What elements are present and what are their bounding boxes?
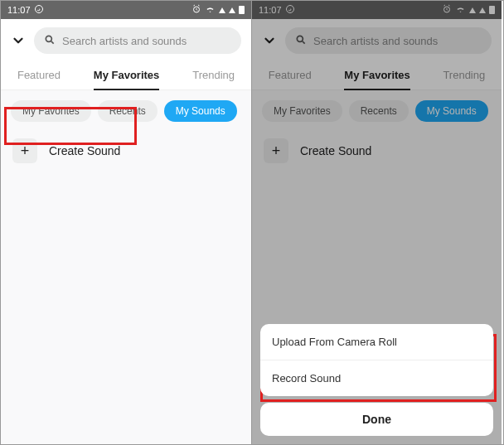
upload-from-camera-roll[interactable]: Upload From Camera Roll [260, 324, 493, 360]
alarm-icon [191, 4, 201, 16]
phone-left: 11:07 Search artists and sounds [1, 1, 251, 444]
svg-line-3 [51, 41, 54, 43]
search-row: Search artists and sounds [1, 19, 251, 60]
search-placeholder: Search artists and sounds [62, 35, 187, 47]
tab-my-favorites[interactable]: My Favorites [344, 60, 410, 89]
wifi-icon [455, 4, 466, 16]
search-input[interactable]: Search artists and sounds [34, 27, 241, 54]
status-time: 11:07 [259, 5, 282, 15]
collapse-chevron[interactable] [11, 33, 26, 48]
create-sound-row[interactable]: + Create Sound [252, 132, 502, 170]
battery-icon [489, 6, 495, 14]
chip-my-sounds[interactable]: My Sounds [415, 100, 488, 122]
filter-chips: My Favorites Recents My Sounds [1, 90, 251, 132]
tab-featured[interactable]: Featured [17, 60, 61, 89]
search-icon [295, 34, 307, 48]
svg-point-2 [46, 36, 51, 41]
tab-trending[interactable]: Trending [192, 60, 235, 89]
signal-icon-2 [229, 7, 235, 13]
whatsapp-icon [34, 4, 44, 16]
plus-icon: + [12, 138, 37, 163]
collapse-chevron[interactable] [262, 33, 277, 48]
status-bar: 11:07 [252, 1, 502, 19]
signal-icon-1 [219, 7, 225, 13]
chip-my-sounds[interactable]: My Sounds [164, 100, 237, 122]
search-input[interactable]: Search artists and sounds [285, 27, 492, 54]
chip-recents[interactable]: Recents [98, 100, 158, 122]
whatsapp-icon [285, 4, 295, 16]
battery-icon [239, 6, 245, 14]
record-sound[interactable]: Record Sound [260, 360, 493, 396]
alarm-icon [442, 4, 452, 16]
chip-recents[interactable]: Recents [349, 100, 409, 122]
tab-trending[interactable]: Trending [443, 60, 485, 89]
search-placeholder: Search artists and sounds [313, 35, 438, 47]
tab-my-favorites[interactable]: My Favorites [94, 60, 159, 89]
tabs: Featured My Favorites Trending [252, 60, 502, 90]
done-button[interactable]: Done [260, 403, 493, 436]
chip-my-favorites[interactable]: My Favorites [262, 100, 342, 122]
filter-chips: My Favorites Recents My Sounds [252, 90, 502, 132]
status-time: 11:07 [7, 5, 31, 15]
svg-point-6 [297, 36, 303, 41]
action-sheet-options: Upload From Camera Roll Record Sound [260, 324, 493, 396]
search-row: Search artists and sounds [252, 19, 502, 60]
action-sheet: Upload From Camera Roll Record Sound Don… [260, 324, 493, 436]
tabs: Featured My Favorites Trending [1, 60, 251, 90]
create-sound-label: Create Sound [49, 144, 120, 157]
signal-icon-1 [469, 7, 476, 13]
create-sound-row[interactable]: + Create Sound [1, 132, 251, 170]
plus-icon: + [264, 138, 288, 163]
create-sound-label: Create Sound [300, 144, 371, 157]
signal-icon-2 [479, 7, 486, 13]
wifi-icon [205, 4, 216, 16]
chip-my-favorites[interactable]: My Favorites [11, 100, 91, 122]
search-icon [44, 34, 56, 48]
phone-right: 11:07 Search artists and sounds [251, 1, 502, 444]
tab-featured[interactable]: Featured [269, 60, 312, 89]
svg-line-7 [303, 41, 305, 43]
status-bar: 11:07 [1, 1, 251, 19]
